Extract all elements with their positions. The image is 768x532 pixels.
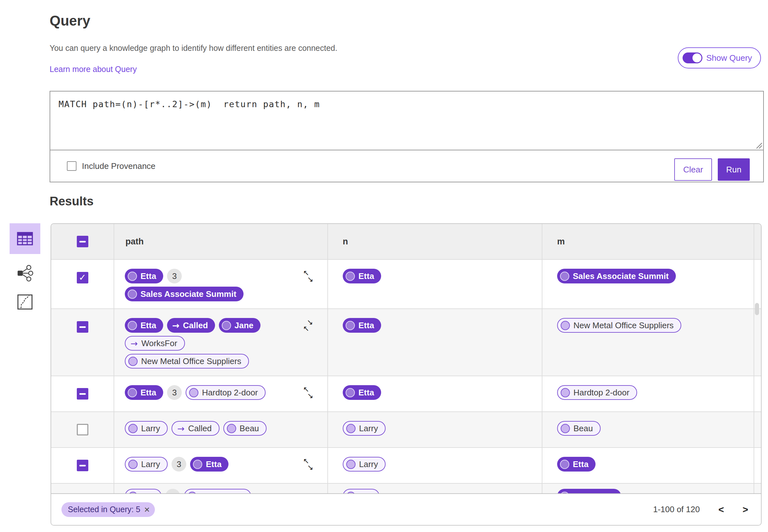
clear-button[interactable]: Clear bbox=[674, 158, 712, 181]
m-cell: New Metal Office Suppliers bbox=[542, 309, 754, 376]
selected-in-query-chip[interactable]: Selected in Query: 5 × bbox=[61, 502, 155, 517]
map-view-button[interactable] bbox=[16, 293, 34, 311]
m-cell: Beau bbox=[542, 412, 754, 447]
learn-more-link[interactable]: Learn more about Query bbox=[50, 65, 137, 74]
resize-grip-icon[interactable] bbox=[755, 142, 762, 149]
toggle-switch-icon[interactable] bbox=[683, 52, 702, 63]
indeterminate-mark bbox=[79, 241, 86, 242]
pill-label: Larry bbox=[359, 424, 378, 433]
pill-label: Etta bbox=[573, 459, 588, 469]
count-badge: 3 bbox=[167, 385, 182, 400]
next-page-button[interactable]: > bbox=[742, 505, 748, 514]
table-row bbox=[51, 484, 761, 494]
query-input[interactable] bbox=[50, 91, 763, 150]
check-mark: ✓ bbox=[79, 273, 86, 282]
node-pill[interactable]: Beau bbox=[223, 421, 267, 436]
node-pill[interactable]: Etta bbox=[557, 457, 596, 472]
row-checkbox[interactable] bbox=[77, 321, 88, 333]
graph-view-button[interactable] bbox=[15, 263, 35, 283]
path-cell: Etta3Hardtop 2-door↖↘ bbox=[114, 376, 328, 411]
node-pill[interactable]: Etta bbox=[125, 269, 163, 283]
node-pill[interactable]: Etta bbox=[343, 385, 381, 400]
node-circle-icon bbox=[222, 321, 231, 330]
results-title: Results bbox=[50, 195, 93, 208]
edge-pill[interactable]: →Called bbox=[172, 421, 219, 436]
node-pill[interactable]: Etta bbox=[125, 385, 163, 400]
node-circle-icon bbox=[561, 321, 570, 330]
node-circle-icon bbox=[227, 424, 236, 433]
row-checkbox[interactable]: ✓ bbox=[77, 272, 88, 283]
row-checkbox[interactable] bbox=[77, 460, 88, 471]
collapse-cell-icon[interactable]: ↘↖ bbox=[303, 319, 316, 333]
node-circle-icon bbox=[346, 492, 356, 494]
results-panel: path n m ✓Etta3Sales Associate Summit↖↘E… bbox=[51, 223, 762, 526]
table-scrollbar-thumb[interactable] bbox=[755, 303, 759, 315]
node-pill[interactable]: Larry bbox=[343, 457, 386, 472]
node-pill[interactable]: Hardtop 2-door bbox=[186, 385, 266, 400]
node-pill[interactable]: Etta bbox=[190, 457, 228, 472]
node-pill[interactable] bbox=[557, 489, 621, 494]
table-view-button[interactable] bbox=[10, 223, 40, 254]
n-cell: Etta bbox=[328, 260, 542, 308]
pill-label: Hardtop 2-door bbox=[573, 388, 629, 398]
expand-cell-icon[interactable]: ↖↘ bbox=[303, 269, 316, 284]
expand-cell-icon[interactable]: ↖↘ bbox=[303, 457, 316, 472]
column-header-n[interactable]: n bbox=[328, 224, 542, 259]
node-pill[interactable] bbox=[125, 489, 162, 494]
m-cell: Etta bbox=[542, 448, 754, 483]
row-checkbox[interactable] bbox=[77, 424, 88, 435]
show-query-toggle[interactable]: Show Query bbox=[678, 47, 761, 68]
pill-label: Etta bbox=[140, 388, 156, 398]
node-pill[interactable]: Larry bbox=[343, 421, 386, 436]
node-pill[interactable]: Beau bbox=[557, 421, 601, 436]
pill-label: Larry bbox=[141, 424, 160, 433]
chip-close-icon[interactable]: × bbox=[144, 505, 150, 514]
m-cell: Hardtop 2-door bbox=[542, 376, 754, 411]
node-pill[interactable]: Sales Associate Summit bbox=[125, 287, 244, 301]
node-pill[interactable] bbox=[343, 489, 380, 494]
node-pill[interactable]: Larry bbox=[125, 457, 168, 472]
expand-cell-icon[interactable]: ↖↘ bbox=[303, 386, 316, 401]
node-pill[interactable] bbox=[184, 489, 251, 494]
node-circle-icon bbox=[561, 388, 570, 397]
select-all-checkbox[interactable] bbox=[77, 236, 88, 247]
node-pill[interactable]: Sales Associate Summit bbox=[557, 269, 676, 283]
indeterminate-mark bbox=[79, 393, 86, 395]
page-title: Query bbox=[50, 13, 90, 29]
node-circle-icon bbox=[128, 321, 137, 330]
pill-label: Jane bbox=[235, 321, 253, 330]
node-circle-icon bbox=[128, 357, 138, 366]
table-footer: Selected in Query: 5 × 1-100 of 120 < > bbox=[51, 494, 761, 525]
query-editor-panel: Include Provenance Clear Run bbox=[50, 91, 764, 182]
edge-pill[interactable]: →WorksFor bbox=[125, 336, 185, 351]
previous-page-button[interactable]: < bbox=[718, 505, 724, 514]
node-circle-icon bbox=[346, 272, 355, 281]
column-header-m[interactable]: m bbox=[542, 224, 754, 259]
path-cell: Larry→CalledBeau bbox=[114, 412, 328, 447]
node-pill[interactable]: Larry bbox=[125, 421, 168, 436]
include-provenance-checkbox[interactable] bbox=[67, 161, 76, 171]
row-checkbox[interactable] bbox=[77, 388, 88, 400]
node-circle-icon bbox=[128, 388, 137, 397]
node-pill[interactable]: Jane bbox=[219, 318, 260, 333]
arrow-glyph: ↖ bbox=[303, 325, 309, 332]
node-pill[interactable]: Etta bbox=[125, 318, 163, 333]
node-pill[interactable]: Etta bbox=[343, 318, 381, 333]
table-row: Larry3Etta↖↘LarryEtta bbox=[51, 448, 761, 484]
pill-label: Beau bbox=[573, 424, 593, 433]
node-pill[interactable]: Hardtop 2-door bbox=[557, 385, 637, 400]
column-header-path[interactable]: path bbox=[114, 224, 328, 259]
edge-pill[interactable]: →Called bbox=[167, 318, 215, 333]
table-row: Etta3Hardtop 2-door↖↘EttaHardtop 2-door bbox=[51, 376, 761, 412]
node-pill[interactable]: New Metal Office Suppliers bbox=[125, 354, 249, 369]
include-provenance[interactable]: Include Provenance bbox=[67, 150, 156, 182]
pill-label: Etta bbox=[358, 388, 374, 398]
m-cell: Sales Associate Summit bbox=[542, 260, 754, 308]
path-cell: Etta3Sales Associate Summit↖↘ bbox=[114, 260, 328, 308]
path-cell: Etta→CalledJane→WorksForNew Metal Office… bbox=[114, 309, 328, 376]
node-pill[interactable]: New Metal Office Suppliers bbox=[557, 318, 681, 333]
run-button[interactable]: Run bbox=[718, 158, 750, 181]
node-pill[interactable]: Etta bbox=[343, 269, 381, 283]
node-circle-icon bbox=[346, 460, 356, 469]
query-controls-bar: Include Provenance Clear Run bbox=[50, 150, 763, 182]
